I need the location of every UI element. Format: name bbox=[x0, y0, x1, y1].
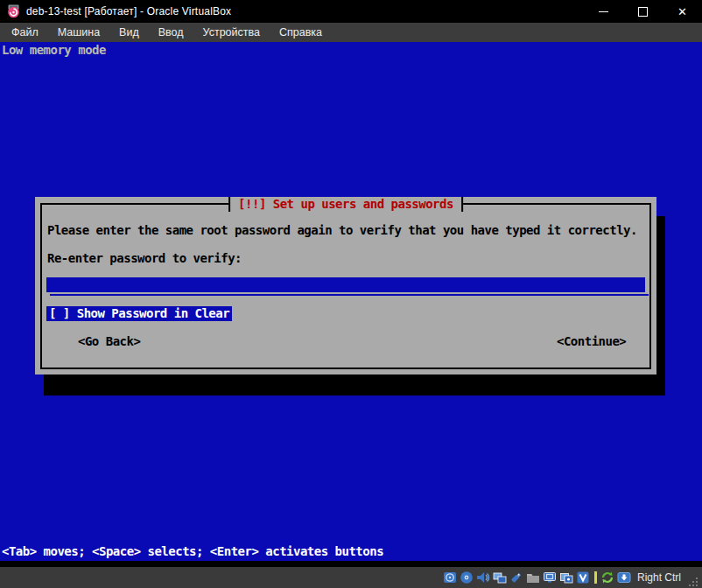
virtualbox-window: deb-13-test [Работает] - Oracle VirtualB… bbox=[0, 0, 702, 588]
password-field-label: Re-enter password to verify: bbox=[47, 251, 242, 265]
framebuffer-bottom-strip bbox=[0, 561, 702, 567]
shared-folders-icon[interactable] bbox=[526, 570, 540, 584]
close-button[interactable]: ✕ bbox=[663, 0, 702, 23]
installer-help-line: <Tab> moves; <Space> selects; <Enter> ac… bbox=[2, 544, 383, 558]
minimize-button[interactable] bbox=[584, 0, 623, 23]
menu-view[interactable]: Вид bbox=[109, 23, 149, 42]
setup-passwords-dialog: [!!] Set up users and passwords Please e… bbox=[35, 197, 656, 374]
menu-file[interactable]: Файл bbox=[2, 23, 48, 42]
network-icon[interactable] bbox=[493, 570, 507, 584]
dialog-prompt-text: Please enter the same root password agai… bbox=[47, 223, 637, 237]
installer-root-text: Low memory mode bbox=[2, 43, 106, 57]
host-key-label: Right Ctrl bbox=[637, 571, 681, 584]
menu-machine[interactable]: Машина bbox=[48, 23, 109, 42]
status-separator bbox=[594, 571, 597, 584]
mouse-integration-icon[interactable] bbox=[600, 570, 614, 584]
menu-help[interactable]: Справка bbox=[270, 23, 332, 42]
hard-disk-icon[interactable] bbox=[443, 570, 457, 584]
window-controls: ✕ bbox=[584, 0, 702, 23]
video-capture-icon[interactable] bbox=[559, 570, 573, 584]
show-password-checkbox[interactable]: [ ] Show Password in Clear bbox=[46, 306, 232, 321]
menu-input[interactable]: Ввод bbox=[149, 23, 193, 42]
continue-button[interactable]: <Continue> bbox=[557, 334, 626, 348]
dialog-title: [!!] Set up users and passwords bbox=[228, 197, 463, 212]
optical-disc-icon[interactable] bbox=[460, 570, 474, 584]
maximize-icon bbox=[638, 7, 648, 17]
menu-devices[interactable]: Устройства bbox=[193, 23, 270, 42]
close-icon: ✕ bbox=[677, 6, 687, 18]
audio-icon[interactable] bbox=[476, 570, 490, 584]
display-icon[interactable] bbox=[543, 570, 557, 584]
password-input[interactable] bbox=[46, 277, 645, 292]
maximize-button[interactable] bbox=[623, 0, 663, 23]
resize-grip[interactable] bbox=[688, 577, 699, 588]
minimize-icon bbox=[599, 11, 608, 12]
password-input-underline bbox=[50, 294, 649, 296]
titlebar: deb-13-test [Работает] - Oracle VirtualB… bbox=[0, 0, 702, 23]
menubar: Файл Машина Вид Ввод Устройства Справка bbox=[0, 23, 702, 42]
virtualbox-logo-icon bbox=[7, 4, 21, 18]
statusbar: Right Ctrl bbox=[0, 567, 702, 588]
usb-icon[interactable] bbox=[509, 570, 523, 584]
host-key-icon[interactable] bbox=[617, 570, 631, 584]
go-back-button[interactable]: <Go Back> bbox=[78, 334, 140, 348]
vm-console-screen: Low memory mode [!!] Set up users and pa… bbox=[0, 42, 702, 567]
features-icon[interactable] bbox=[576, 570, 590, 584]
window-title: deb-13-test [Работает] - Oracle VirtualB… bbox=[26, 5, 231, 18]
